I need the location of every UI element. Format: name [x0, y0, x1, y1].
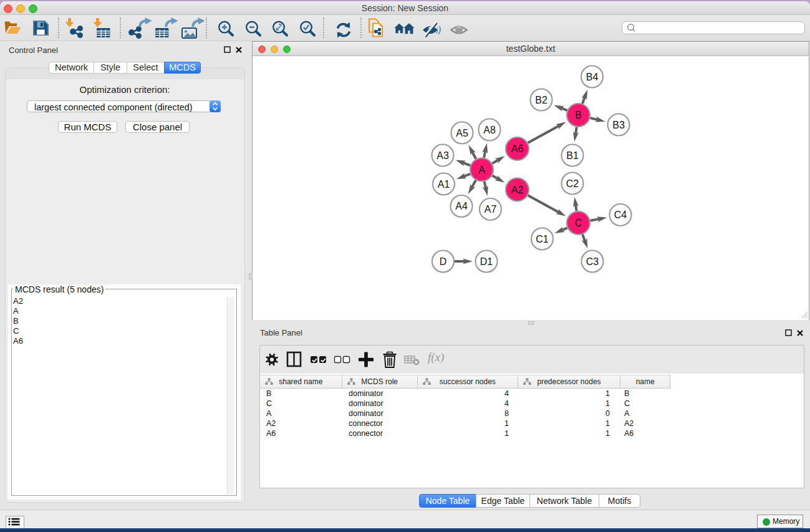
svg-text:B3: B3	[612, 120, 625, 130]
svg-text:C3: C3	[586, 256, 599, 267]
svg-text:B: B	[575, 110, 582, 120]
svg-text:A5: A5	[456, 128, 468, 138]
svg-text:C: C	[575, 218, 582, 228]
svg-text:A: A	[478, 165, 485, 175]
svg-text:A1: A1	[438, 179, 450, 190]
svg-text:A3: A3	[436, 150, 449, 161]
svg-text:A7: A7	[485, 204, 497, 215]
svg-text:D1: D1	[480, 256, 493, 267]
svg-text:A4: A4	[455, 201, 468, 211]
svg-text:A6: A6	[511, 143, 524, 154]
svg-text:D: D	[440, 256, 447, 267]
svg-text:B1: B1	[566, 150, 579, 161]
svg-text:C2: C2	[566, 178, 579, 189]
svg-text:C4: C4	[614, 210, 627, 220]
svg-text:B2: B2	[535, 95, 547, 105]
svg-text:B4: B4	[586, 72, 599, 82]
svg-text:C1: C1	[536, 234, 549, 244]
svg-text:A2: A2	[511, 185, 524, 195]
svg-text:A8: A8	[483, 125, 496, 135]
